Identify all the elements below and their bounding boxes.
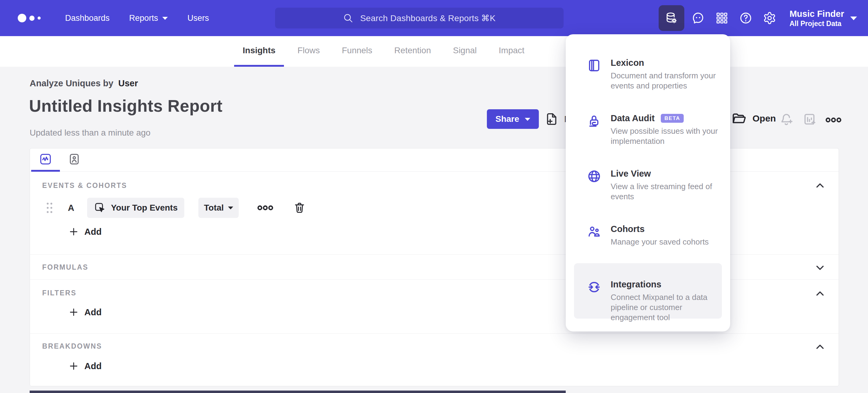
menu-item-description: Connect Mixpanel to a data pipeline or c… [611, 292, 718, 322]
chevron-down-icon [228, 206, 233, 209]
updated-timestamp: Updated less than a minute ago [30, 128, 150, 138]
add-breakdown-label: Add [84, 361, 101, 371]
open-report-button[interactable]: Open [731, 111, 776, 126]
nav-users[interactable]: Users [187, 13, 209, 23]
chat-bubble-icon [691, 11, 705, 25]
nav-reports[interactable]: Reports [129, 13, 168, 23]
breakdowns-section: BREAKDOWNS Add [30, 333, 839, 386]
create-alert-button[interactable] [779, 112, 794, 127]
pulse-chart-icon [39, 152, 52, 166]
apps-grid-button[interactable] [710, 3, 734, 33]
project-name: Music Finder [789, 8, 844, 19]
chevron-down-icon [814, 262, 826, 274]
drag-handle-icon[interactable] [46, 202, 53, 214]
search-icon [343, 13, 353, 23]
tab-insights[interactable]: Insights [234, 36, 284, 67]
project-scope: All Project Data [789, 19, 844, 28]
chevron-down-icon [525, 117, 530, 121]
tab-events-analysis[interactable] [31, 148, 60, 172]
bell-plus-icon [779, 112, 794, 127]
profile-card-icon [67, 152, 81, 166]
metric-selector-button[interactable]: Total [198, 198, 239, 218]
integrations-sync-icon [587, 280, 601, 319]
plus-icon [68, 307, 79, 317]
add-filter-button[interactable]: Add [68, 307, 101, 317]
chevron-down-icon [162, 17, 168, 20]
tab-impact[interactable]: Impact [490, 36, 533, 67]
event-more-options-button[interactable] [257, 205, 274, 211]
event-name-label: Your Top Events [111, 203, 178, 213]
add-breakdown-button[interactable]: Add [68, 361, 101, 371]
tab-flows[interactable]: Flows [289, 36, 328, 67]
lock-audit-icon [587, 114, 601, 152]
menu-item-description: View a live streaming feed of events [611, 181, 718, 202]
tab-insights-label: Insights [243, 46, 275, 55]
settings-button[interactable] [758, 3, 781, 33]
collapse-events-button[interactable] [813, 178, 827, 193]
add-event-button[interactable]: Add [68, 226, 101, 237]
ellipsis-icon [825, 117, 842, 123]
menu-item-title: Lexicon [611, 58, 718, 68]
collapse-filters-button[interactable] [813, 286, 827, 301]
mixpanel-logo-icon[interactable] [18, 14, 41, 22]
series-letter: A [68, 203, 74, 213]
chevron-up-icon [814, 287, 826, 300]
search-placeholder: Search Dashboards & Reports ⌘K [360, 13, 495, 23]
data-management-button[interactable] [659, 5, 684, 31]
lexicon-book-icon [587, 58, 601, 97]
add-event-label: Add [84, 227, 101, 237]
event-selector-button[interactable]: Your Top Events [87, 198, 184, 218]
plus-icon [68, 361, 79, 371]
global-search-input[interactable]: Search Dashboards & Reports ⌘K [275, 8, 564, 28]
tab-signal-label: Signal [453, 46, 477, 55]
help-button[interactable] [734, 3, 758, 33]
collapse-breakdowns-button[interactable] [813, 340, 827, 354]
expand-formulas-button[interactable] [813, 261, 827, 275]
menu-item-data-audit[interactable]: Data Audit BETA View possible issues wit… [574, 97, 722, 152]
database-gear-icon [665, 11, 678, 25]
ellipsis-icon [257, 205, 274, 211]
menu-item-description: View possible issues with your implement… [611, 126, 718, 146]
plus-icon [68, 226, 79, 237]
beta-badge: BETA [661, 114, 684, 123]
tab-signal[interactable]: Signal [444, 36, 485, 67]
feedback-button[interactable] [686, 3, 710, 33]
tab-flows-label: Flows [298, 46, 320, 55]
tab-profile-analysis[interactable] [60, 148, 89, 172]
tab-impact-label: Impact [499, 46, 524, 55]
chart-plus-icon [803, 112, 817, 127]
add-to-dashboard-button[interactable] [803, 112, 817, 127]
menu-item-lexicon[interactable]: Lexicon Document and transform your even… [574, 41, 722, 97]
tab-retention[interactable]: Retention [386, 36, 439, 67]
menu-item-cohorts[interactable]: Cohorts Manage your saved cohorts [574, 208, 722, 263]
project-selector[interactable]: Music Finder All Project Data [789, 8, 857, 28]
people-icon [587, 224, 601, 263]
nav-dashboards[interactable]: Dashboards [65, 13, 110, 23]
chevron-down-icon [850, 16, 857, 20]
menu-item-title: Cohorts [611, 224, 718, 234]
nav-users-label: Users [187, 13, 209, 23]
menu-item-integrations[interactable]: Integrations Connect Mixpanel to a data … [574, 263, 722, 319]
analyze-entity-selector[interactable]: User [118, 78, 138, 88]
add-filter-label: Add [84, 307, 101, 317]
event-click-icon [94, 202, 106, 214]
delete-event-button[interactable] [293, 201, 306, 214]
share-label: Share [495, 114, 519, 124]
mixpanel-insights-screen: Dashboards Reports Users Search Dashboar… [0, 0, 868, 393]
gear-icon [763, 11, 776, 25]
file-plus-icon [545, 112, 559, 126]
top-nav-right-cluster: Music Finder All Project Data [659, 0, 860, 36]
chevron-up-icon [814, 179, 826, 192]
share-button[interactable]: Share [487, 109, 539, 129]
tab-funnels-label: Funnels [342, 46, 372, 55]
menu-item-description: Document and transform your events and p… [611, 71, 718, 91]
folder-open-icon [731, 111, 746, 126]
nav-reports-label: Reports [129, 13, 158, 23]
menu-item-live-view[interactable]: Live View View a live streaming feed of … [574, 152, 722, 208]
report-more-options-button[interactable] [825, 117, 842, 123]
menu-item-description: Manage your saved cohorts [611, 237, 718, 247]
chart-area-top-edge [30, 391, 566, 393]
tab-funnels[interactable]: Funnels [333, 36, 381, 67]
report-title[interactable]: Untitled Insights Report [29, 96, 222, 116]
nav-dashboards-label: Dashboards [65, 13, 110, 23]
